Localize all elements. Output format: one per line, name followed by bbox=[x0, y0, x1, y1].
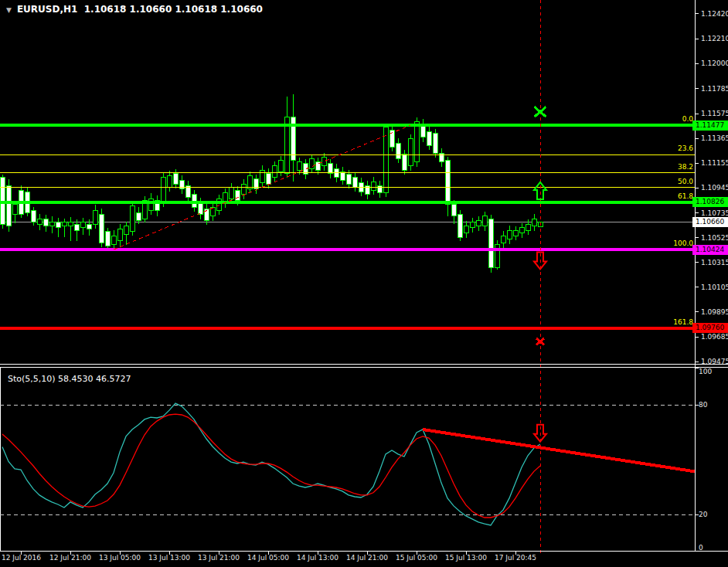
candle-bear bbox=[396, 143, 400, 158]
candle-bear bbox=[458, 215, 462, 238]
candle-bear bbox=[488, 219, 493, 268]
chart-area[interactable] bbox=[0, 0, 728, 567]
marker-arrow-up-icon[interactable] bbox=[534, 182, 546, 199]
candle-bear bbox=[451, 205, 456, 216]
fib-level-label-161.8: 161.8 bbox=[673, 318, 693, 326]
candle-bear bbox=[427, 131, 431, 145]
candle-bull bbox=[241, 184, 246, 195]
candle-bull bbox=[167, 176, 172, 187]
chart-window: 0.023.638.250.061.8100.0161.81.124201.12… bbox=[0, 0, 728, 567]
fib-level-label-50.0: 50.0 bbox=[678, 178, 693, 185]
candle-bear bbox=[377, 185, 382, 193]
stoch-scale-label-0: 0 bbox=[699, 544, 703, 552]
candle-bear bbox=[235, 191, 240, 201]
fib-level-label-23.6: 23.6 bbox=[678, 144, 693, 152]
time-axis-label: 14 Jul 05:00 bbox=[247, 554, 289, 562]
price-axis-label: 1.12420 bbox=[701, 10, 728, 19]
candle-bear bbox=[173, 174, 178, 184]
candle-bull bbox=[414, 122, 419, 162]
candle-bull bbox=[80, 222, 85, 228]
candle-bull bbox=[272, 166, 277, 178]
time-axis-label: 17 Jul 20:45 bbox=[495, 554, 536, 562]
candle-bull bbox=[513, 230, 518, 236]
price-tag-1.10826: 1.10826 bbox=[692, 197, 728, 207]
price-axis-label: 1.10105 bbox=[701, 284, 728, 292]
candle-bull bbox=[532, 219, 536, 226]
stoch-trendline[interactable] bbox=[423, 429, 695, 471]
candle-bear bbox=[136, 212, 141, 220]
candle-bull bbox=[383, 127, 388, 193]
price-tag-1.10660: 1.10660 bbox=[692, 217, 728, 227]
candle-bear bbox=[266, 173, 270, 184]
candle-bull bbox=[37, 219, 42, 224]
indicator-label: Sto(5,5,10) 58.4530 46.5727 bbox=[8, 374, 131, 384]
price-tag-1.09760: 1.09760 bbox=[692, 323, 728, 333]
candle-bear bbox=[402, 154, 407, 170]
candle-bear bbox=[390, 130, 394, 147]
dropdown-triangle-icon[interactable]: ▼ bbox=[6, 6, 12, 14]
candle-bull bbox=[464, 226, 468, 233]
time-axis-label: 12 Jul 21:00 bbox=[49, 554, 91, 562]
price-tag-1.10424: 1.10424 bbox=[692, 245, 728, 255]
candle-bull bbox=[111, 236, 116, 244]
candle-bull bbox=[260, 170, 264, 182]
candle-bear bbox=[365, 185, 369, 195]
candle-bear bbox=[56, 222, 60, 228]
time-axis-label: 12 Jul 2016 bbox=[2, 554, 41, 562]
candle-bull bbox=[62, 222, 66, 226]
candle-bear bbox=[328, 164, 332, 174]
candle-bear bbox=[105, 232, 110, 246]
candle-bear bbox=[445, 161, 450, 205]
fib-level-label-0.0: 0.0 bbox=[682, 115, 693, 123]
candle-bear bbox=[433, 134, 437, 153]
time-axis-label: 15 Jul 05:00 bbox=[396, 554, 437, 562]
price-axis-label: 1.10525 bbox=[701, 234, 728, 243]
candle-bull bbox=[93, 210, 97, 224]
candle-bull bbox=[309, 159, 314, 168]
stoch-scale-label-20: 20 bbox=[699, 511, 707, 519]
time-axis-label: 13 Jul 13:00 bbox=[148, 554, 190, 562]
candle-bear bbox=[74, 224, 79, 230]
fib-level-label-61.8: 61.8 bbox=[678, 192, 693, 200]
candle-bull bbox=[482, 216, 487, 226]
candle-bull bbox=[278, 161, 283, 171]
candle-bear bbox=[346, 175, 351, 184]
candle-bear bbox=[352, 178, 357, 187]
price-axis-label: 1.09475 bbox=[701, 358, 728, 366]
candle-bull bbox=[124, 226, 128, 234]
chart-title-ohlc: 1.10618 1.10660 1.10618 1.10660 bbox=[84, 4, 263, 15]
candle-bull bbox=[501, 236, 505, 243]
candle-bull bbox=[130, 206, 134, 232]
candle-bear bbox=[179, 180, 184, 189]
candle-bear bbox=[43, 219, 48, 226]
candle-bear bbox=[31, 211, 36, 222]
candle-bull bbox=[519, 228, 524, 233]
candle-bear bbox=[420, 125, 425, 138]
price-axis-label: 1.11785 bbox=[701, 85, 728, 93]
fib-level-label-100.0: 100.0 bbox=[673, 239, 693, 247]
candle-bear bbox=[87, 224, 91, 229]
price-axis-label: 1.12000 bbox=[701, 59, 728, 68]
candle-bull bbox=[371, 182, 376, 190]
chart-title: ▼EURUSD,H1 1.10618 1.10660 1.10618 1.106… bbox=[6, 4, 263, 15]
fib-level-label-38.2: 38.2 bbox=[678, 163, 693, 171]
candle-bull bbox=[68, 222, 73, 226]
time-axis-label: 13 Jul 21:00 bbox=[198, 554, 240, 562]
time-axis-label: 14 Jul 13:00 bbox=[297, 554, 338, 562]
time-axis-label: 15 Jul 13:00 bbox=[445, 554, 487, 562]
price-axis-label: 1.10945 bbox=[701, 184, 728, 192]
candle-bull bbox=[161, 178, 165, 202]
candle-bull bbox=[247, 176, 252, 188]
price-axis-label: 1.11575 bbox=[701, 110, 728, 118]
candle-bull bbox=[297, 162, 301, 170]
price-axis-label: 1.11155 bbox=[701, 159, 728, 168]
candle-bear bbox=[99, 214, 104, 243]
stoch-scale-label-80: 80 bbox=[699, 401, 707, 409]
candle-bear bbox=[198, 202, 202, 215]
candle-bear bbox=[6, 185, 11, 226]
price-axis-label: 1.09685 bbox=[701, 333, 728, 341]
time-axis-label: 13 Jul 05:00 bbox=[99, 554, 141, 562]
price-axis-label: 1.10315 bbox=[701, 259, 728, 267]
candle-bull bbox=[470, 222, 475, 228]
price-tag-1.11477: 1.11477 bbox=[692, 121, 728, 131]
